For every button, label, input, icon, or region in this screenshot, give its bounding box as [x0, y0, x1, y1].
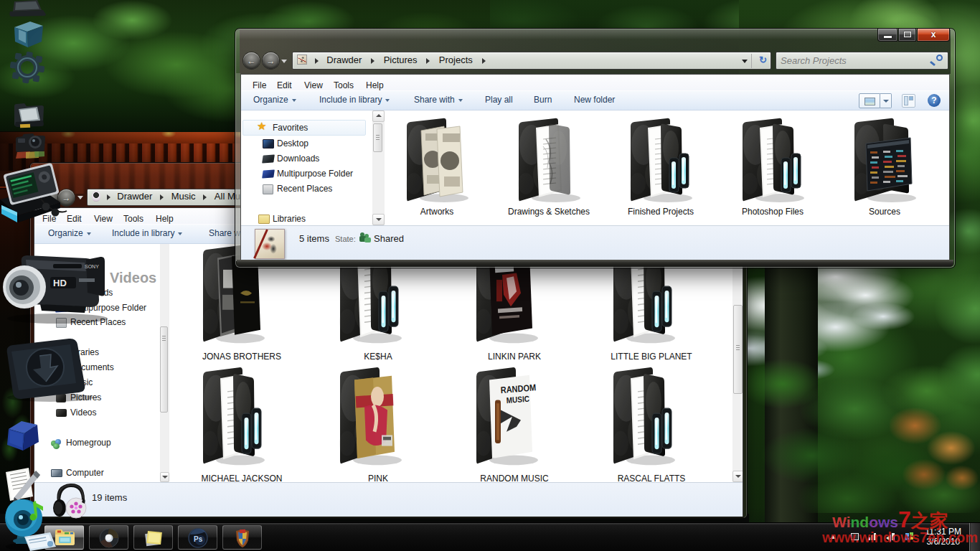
svg-text:HD: HD — [53, 278, 67, 288]
svg-text:MUSIC: MUSIC — [506, 394, 529, 405]
svg-text:SONY: SONY — [85, 264, 99, 269]
svg-text:RANDOM: RANDOM — [500, 382, 536, 395]
svg-text:Ps: Ps — [194, 535, 203, 543]
